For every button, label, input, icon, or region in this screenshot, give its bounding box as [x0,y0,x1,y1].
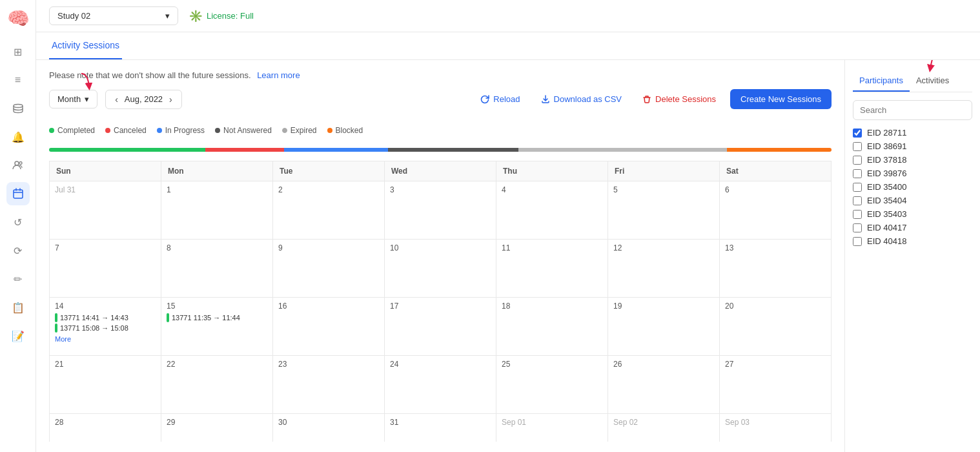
panel-tabs: Participants Activities [853,70,972,92]
list-item: EID 28711 [853,128,972,138]
calendar-cell[interactable]: Jul 31 [50,181,161,240]
calendar-cell[interactable]: 23 [273,356,385,414]
prev-month-button[interactable]: ‹ [111,93,122,106]
day-number: 26 [613,360,714,369]
calendar-cell[interactable]: 17 [385,298,496,356]
tab-participants[interactable]: Participants [853,70,910,92]
participant-checkbox[interactable] [853,142,862,151]
participant-checkbox[interactable] [853,223,862,232]
participant-checkbox[interactable] [853,183,862,192]
history-icon[interactable]: ↺ [6,211,30,234]
database-icon[interactable] [6,97,30,120]
calendar-cell[interactable]: 19 [608,298,720,356]
day-number: 9 [278,243,379,252]
calendar-cell[interactable]: 1513771 11:35 → 11:44 [161,298,273,356]
calendar-cell[interactable]: 4 [496,181,608,240]
participant-checkbox[interactable] [853,210,862,219]
status-progress-bar [49,148,832,152]
calendar-cell[interactable]: 6 [720,181,832,240]
day-number: 27 [725,360,826,369]
day-number: 19 [613,302,714,311]
calendar-cell[interactable]: 1 [161,181,273,240]
delete-sessions-button[interactable]: Delete Sessions [636,90,722,108]
calendar-cell[interactable]: Sep 03 [720,414,832,442]
participant-checkbox[interactable] [853,169,862,178]
calendar-cell[interactable]: 2 [273,181,385,240]
more-sessions-link[interactable]: More [55,335,156,343]
day-number: 29 [167,418,267,427]
session-color-bar [55,313,57,322]
bell-icon[interactable]: 🔔 [6,125,30,149]
day-number: 13 [725,243,826,252]
download-label: Download as CSV [554,94,622,104]
edit-icon[interactable]: ✏ [6,267,30,291]
session-entry[interactable]: 13771 14:41 → 14:43 [55,313,156,322]
dashboard-icon[interactable]: ⊞ [6,40,30,63]
weekday-sun: Sun [50,161,161,181]
calendar-cell[interactable]: 30 [273,414,385,442]
calendar-cell[interactable]: 3 [385,181,496,240]
calendar-cell[interactable]: 9 [273,240,385,298]
calendar-cell[interactable]: 28 [50,414,161,442]
calendar-cell[interactable]: 13 [720,240,832,298]
participant-id: EID 28711 [867,128,906,138]
calendar-cell[interactable]: 20 [720,298,832,356]
svg-point-2 [19,162,22,165]
blocked-dot [327,128,332,133]
calendar-cell[interactable]: 8 [161,240,273,298]
calendar-cell[interactable]: 26 [608,356,720,414]
license-icon: ✳️ [189,9,203,23]
participant-checkbox[interactable] [853,156,862,165]
users-icon[interactable] [6,154,30,177]
participant-checkbox[interactable] [853,196,862,205]
session-entry[interactable]: 13771 11:35 → 11:44 [167,313,267,322]
notice-text: Please note that we don't show all the f… [49,70,251,80]
calendar-cell[interactable]: Sep 02 [608,414,720,442]
participant-id: EID 37818 [867,155,906,165]
month-select[interactable]: Month ▾ [49,90,97,108]
study-dropdown[interactable]: Study 02 ▾ [49,6,178,25]
day-number: 3 [390,185,491,194]
weekday-fri: Fri [608,161,720,181]
day-number: 4 [502,185,602,194]
calendar-cell[interactable]: 16 [273,298,385,356]
day-number: 16 [278,302,379,311]
calendar-cell[interactable]: 18 [496,298,608,356]
calendar-cell[interactable]: Sep 01 [496,414,608,442]
learn-more-link[interactable]: Learn more [257,70,300,80]
search-input[interactable] [853,100,972,120]
session-entry[interactable]: 13771 15:08 → 15:08 [55,324,156,333]
calendar-icon[interactable] [6,182,30,205]
calendar-cell[interactable]: 10 [385,240,496,298]
tab-activity-sessions[interactable]: Activity Sessions [49,32,122,59]
participant-checkbox[interactable] [853,128,862,138]
calendar-cell[interactable]: 27 [720,356,832,414]
expired-label: Expired [291,126,317,135]
reload-button[interactable]: Reload [474,90,526,108]
tab-activities[interactable]: Activities [910,70,955,92]
calendar-cell[interactable]: 7 [50,240,161,298]
progress-expired [518,148,727,152]
download-csv-button[interactable]: Download as CSV [535,90,629,108]
clipboard-icon[interactable]: 📋 [6,296,30,319]
list-item: EID 35400 [853,182,972,192]
calendar-cell[interactable]: 5 [608,181,720,240]
calendar-cell[interactable]: 11 [496,240,608,298]
legend-expired: Expired [282,126,317,135]
calendar-cell[interactable]: 21 [50,356,161,414]
calendar-cell[interactable]: 25 [496,356,608,414]
participant-checkbox[interactable] [853,237,862,246]
next-month-button[interactable]: › [165,93,176,106]
history2-icon[interactable]: ⟳ [6,239,30,262]
right-panel: Participants Activities E [844,60,980,452]
calendar-cell[interactable]: 24 [385,356,496,414]
notes-icon[interactable]: 📝 [6,324,30,347]
calendar-cell[interactable]: 22 [161,356,273,414]
table-icon[interactable]: ≡ [6,68,30,92]
calendar-cell[interactable]: 31 [385,414,496,442]
calendar-cell[interactable]: 29 [161,414,273,442]
calendar-cell[interactable]: 12 [608,240,720,298]
create-sessions-button[interactable]: Create New Sessions [730,89,832,109]
app-logo[interactable]: 🧠 [7,8,29,30]
calendar-cell[interactable]: 1413771 14:41 → 14:4313771 15:08 → 15:08… [50,298,161,356]
